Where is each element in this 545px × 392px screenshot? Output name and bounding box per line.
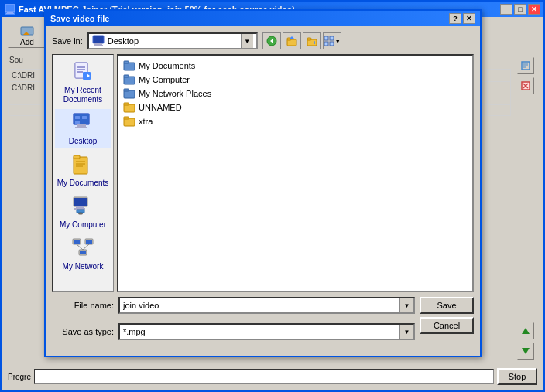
save-in-value: Desktop (108, 36, 238, 46)
file-name: xtra (139, 117, 153, 126)
dialog-body: Save in: Desktop ▼ (46, 26, 480, 356)
svg-rect-43 (74, 157, 87, 174)
svg-rect-42 (75, 121, 80, 124)
view-icon (324, 36, 334, 46)
delete-button[interactable] (517, 77, 534, 94)
svg-rect-44 (74, 155, 80, 159)
minimize-button[interactable]: _ (500, 4, 512, 15)
dialog-help-button[interactable]: ? (449, 13, 461, 24)
sidebar-item-documents[interactable]: My Documents (55, 151, 111, 189)
svg-rect-27 (324, 42, 328, 46)
file-name-input[interactable] (120, 298, 399, 312)
input-section: File name: ▼ Save as type: ▼ (52, 297, 415, 345)
list-item[interactable]: UNNAMED (122, 101, 469, 114)
svg-rect-16 (94, 45, 103, 46)
svg-rect-0 (5, 5, 15, 12)
filename-row: File name: ▼ Save as type: ▼ (52, 297, 474, 345)
back-icon (266, 36, 277, 46)
stop-button[interactable]: Stop (497, 368, 537, 385)
file-name: My Documents (139, 61, 195, 70)
app-bottom: Progre Stop (5, 366, 540, 387)
my-network-icon (70, 236, 95, 261)
list-item[interactable]: xtra (122, 114, 469, 128)
save-type-row: Save as type: ▼ (52, 323, 415, 340)
save-in-dropdown[interactable]: Desktop ▼ (87, 32, 258, 49)
add-button[interactable]: Add (8, 23, 46, 48)
sidebar-item-recent[interactable]: My Recent Documents (55, 58, 111, 106)
folder-icon (123, 115, 135, 128)
recent-docs-icon (70, 60, 95, 84)
progress-bar (34, 369, 494, 384)
close-button[interactable]: ✕ (528, 4, 540, 15)
sidebar-item-computer[interactable]: My Computer (55, 193, 111, 231)
file-name: My Computer (139, 75, 190, 84)
svg-rect-41 (82, 116, 87, 119)
svg-rect-25 (324, 36, 328, 40)
svg-rect-55 (74, 240, 80, 244)
svg-text:+: + (313, 39, 317, 46)
file-name: UNNAMED (139, 103, 182, 112)
special-folder-icon (123, 60, 135, 72)
svg-rect-40 (75, 116, 80, 119)
dialog-titlebar: Save video file ? ✕ (46, 11, 480, 26)
dialog-titlebar-buttons: ? ✕ (449, 13, 475, 24)
sidebar-network-label: My Network (63, 262, 104, 271)
svg-line-61 (83, 244, 89, 250)
svg-rect-49 (74, 198, 87, 206)
sidebar-documents-label: My Documents (57, 179, 109, 188)
sidebar-item-desktop[interactable]: Desktop (55, 109, 111, 148)
sidebar-item-network[interactable]: My Network (55, 234, 111, 273)
list-item[interactable]: My Documents (122, 59, 469, 73)
save-in-row: Save in: Desktop ▼ (52, 32, 474, 49)
main-content: My Recent Documents (52, 54, 474, 292)
special-folder-icon (123, 87, 135, 100)
save-button[interactable]: Save (420, 297, 474, 314)
view-button[interactable]: ▼ (323, 32, 341, 49)
sidebar: My Recent Documents (52, 54, 114, 292)
save-type-arrow[interactable]: ▼ (399, 325, 413, 339)
my-documents-icon (70, 152, 95, 177)
dialog-title: Save video file (50, 14, 109, 23)
svg-marker-12 (522, 328, 530, 334)
app-window: Fast AVI MPEG Joiner (Trial version, joi… (0, 0, 545, 392)
svg-line-60 (77, 244, 83, 250)
svg-rect-15 (94, 43, 102, 45)
dialog-close-button[interactable]: ✕ (463, 13, 475, 24)
down-button[interactable] (517, 343, 534, 360)
svg-rect-71 (124, 117, 129, 119)
svg-rect-2 (6, 13, 14, 14)
file-name-label: File name: (52, 301, 114, 310)
save-type-input[interactable] (120, 325, 399, 339)
sidebar-computer-label: My Computer (60, 220, 106, 230)
svg-rect-1 (7, 12, 13, 13)
file-name-combo: ▼ (118, 297, 415, 314)
back-button[interactable] (262, 32, 281, 49)
svg-rect-26 (330, 36, 334, 40)
svg-rect-23 (307, 38, 311, 40)
save-in-arrow[interactable]: ▼ (241, 34, 253, 48)
up-folder-button[interactable] (283, 32, 301, 49)
save-type-label: Save as type: (52, 327, 114, 336)
app-titlebar-buttons: _ □ ✕ (500, 4, 540, 15)
svg-rect-38 (77, 124, 86, 127)
svg-rect-39 (75, 127, 87, 128)
svg-rect-67 (124, 89, 129, 91)
right-panel (514, 54, 537, 363)
svg-marker-13 (522, 348, 530, 354)
svg-rect-65 (124, 75, 129, 77)
file-name: My Network Places (139, 89, 211, 98)
sidebar-recent-label: My Recent Documents (57, 86, 109, 104)
svg-rect-14 (93, 36, 104, 43)
svg-rect-57 (86, 240, 92, 244)
list-item[interactable]: My Network Places (122, 87, 469, 101)
action-buttons: Save Cancel (420, 297, 474, 334)
edit-button[interactable] (517, 57, 534, 74)
new-folder-button[interactable]: + (303, 32, 321, 49)
file-name-arrow[interactable]: ▼ (399, 298, 413, 312)
list-item[interactable]: My Computer (122, 73, 469, 87)
up-button[interactable] (517, 322, 534, 339)
desktop-icon-small (92, 35, 105, 47)
cancel-button[interactable]: Cancel (420, 317, 474, 334)
maximize-button[interactable]: □ (514, 4, 526, 15)
folder-icon (123, 101, 135, 114)
